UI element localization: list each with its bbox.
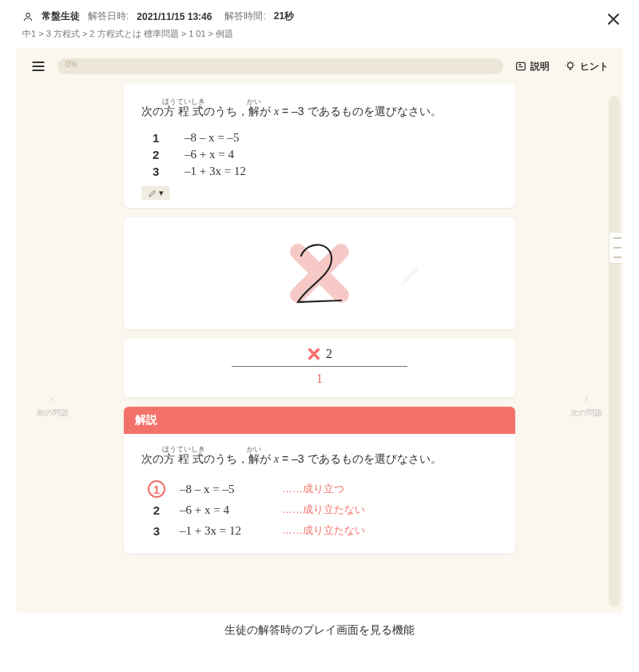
question-text: 次の方程式ほうていしきのうち，解かいが x = –3 であるものを選びなさい。 bbox=[141, 97, 498, 123]
wrong-x-icon bbox=[307, 347, 321, 361]
question-card: 次の方程式ほうていしきのうち，解かいが x = –3 であるものを選びなさい。 … bbox=[124, 83, 515, 208]
correct-answer: 1 bbox=[140, 372, 499, 386]
user-name: 常盤生徒 bbox=[42, 10, 80, 23]
explanation-question: 次の方程式ほうていしきのうち，解かいが x = –3 であるものを選びなさい。 bbox=[141, 445, 498, 471]
score-card: 2 1 bbox=[124, 339, 515, 397]
header-bar: 常盤生徒 解答日時: 2021/11/15 13:46 解答時間: 21秒 bbox=[0, 0, 639, 25]
question-choices: 1–8 – x = –5 2–6 + x = 4 3–1 + 3x = 12 bbox=[153, 131, 498, 178]
given-answer: 2 bbox=[326, 347, 332, 361]
explanation-card: 解説 次の方程式ほうていしきのうち，解かいが x = –3 であるものを選びなさ… bbox=[124, 407, 515, 554]
explanation-heading: 解説 bbox=[124, 407, 515, 434]
pencil-icon bbox=[395, 259, 427, 291]
explain-button[interactable]: 説明 bbox=[511, 58, 553, 75]
explanation-row: 1–8 – x = –5……成り立つ bbox=[148, 480, 498, 498]
stage-topbar: 0% 説明 ヒント bbox=[22, 54, 617, 83]
breadcrumb: 中1 > 3 方程式 > 2 方程式とは 標準問題 > 1 01 > 例題 bbox=[0, 25, 639, 48]
edit-chip[interactable]: ▾ bbox=[141, 186, 170, 200]
progress-bar: 0% bbox=[58, 58, 503, 74]
explain-label: 説明 bbox=[530, 60, 550, 74]
play-stage: 0% 説明 ヒント 次の方程式ほうていしきのうち，解かいが x = –3 である… bbox=[16, 48, 623, 614]
hamburger-button[interactable] bbox=[27, 56, 50, 77]
duration-label: 解答時間: bbox=[224, 10, 265, 23]
choice-row: 1–8 – x = –5 bbox=[153, 131, 498, 145]
svg-point-2 bbox=[568, 62, 574, 68]
figure-caption: 生徒の解答時のプレイ画面を見る機能 bbox=[0, 614, 639, 638]
explanation-row: 3–1 + 3x = 12……成り立たない bbox=[148, 522, 498, 539]
svg-point-0 bbox=[26, 13, 30, 17]
explanation-row: 2–6 + x = 4……成り立たない bbox=[148, 501, 498, 519]
drag-handle[interactable] bbox=[609, 232, 623, 264]
choice-row: 3–1 + 3x = 12 bbox=[153, 165, 498, 178]
handwritten-answer bbox=[284, 233, 355, 313]
chevron-down-icon: ▾ bbox=[159, 188, 164, 198]
next-question-button[interactable]: › 次の問題 bbox=[570, 392, 602, 420]
duration-value: 21秒 bbox=[274, 10, 294, 23]
answer-card bbox=[124, 217, 515, 329]
scrollbar-track[interactable] bbox=[609, 96, 620, 607]
chevron-right-icon: › bbox=[570, 392, 602, 407]
datetime-label: 解答日時: bbox=[88, 10, 129, 23]
score-divider bbox=[232, 366, 407, 367]
hint-label: ヒント bbox=[580, 60, 609, 74]
choice-row: 2–6 + x = 4 bbox=[153, 148, 498, 161]
chevron-left-icon: ‹ bbox=[37, 392, 69, 407]
hint-button[interactable]: ヒント bbox=[561, 58, 612, 75]
progress-text: 0% bbox=[65, 60, 77, 69]
prev-question-button[interactable]: ‹ 前の問題 bbox=[37, 392, 69, 420]
datetime-value: 2021/11/15 13:46 bbox=[137, 11, 212, 22]
close-button[interactable] bbox=[605, 11, 621, 30]
user-icon bbox=[22, 11, 34, 22]
